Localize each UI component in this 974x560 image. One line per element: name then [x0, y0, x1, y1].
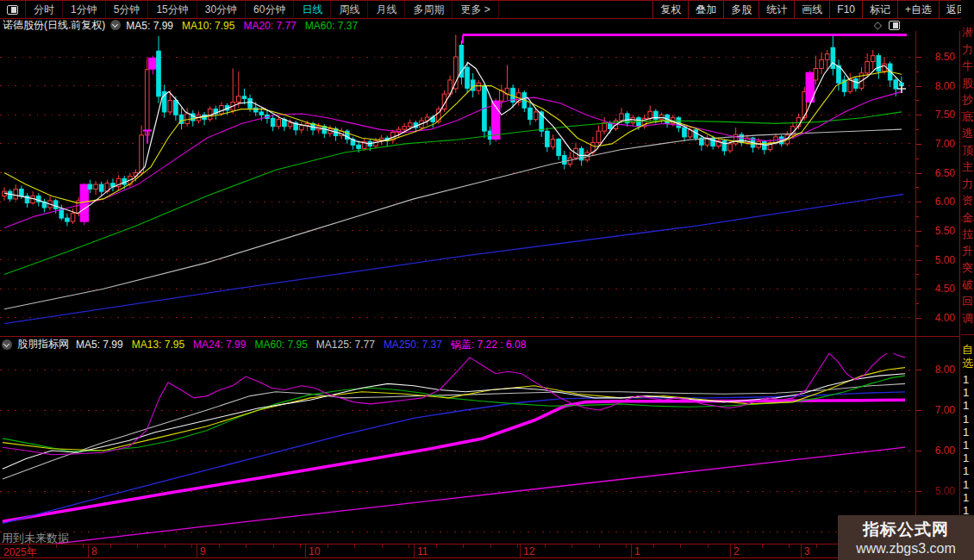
- period-tab-30分钟[interactable]: 30分钟: [197, 1, 246, 18]
- period-tab-周线[interactable]: 周线: [331, 1, 368, 18]
- month-separator: [88, 544, 89, 558]
- strip-quote-digit: 1: [963, 451, 969, 464]
- axis-tick: [916, 260, 921, 261]
- right-sidebar-strip[interactable]: 潜力牛股抄底逃顶主力资金拉升突破回调自选11111111111: [961, 0, 974, 560]
- strip-tab-char[interactable]: 拉: [962, 227, 974, 240]
- window-layout-button[interactable]: [0, 1, 26, 18]
- strip-tab-char[interactable]: 逃: [962, 127, 974, 140]
- toolbar-button-F10[interactable]: F10: [829, 1, 862, 18]
- toolbar-button-统计[interactable]: 统计: [759, 1, 794, 18]
- window-split-icon: [7, 5, 18, 15]
- watermark-box: 指标公式网 www.zbgs3.com: [838, 515, 974, 560]
- indicator-ma-value: MA5: 7.99: [76, 339, 123, 351]
- strip-tab-char[interactable]: 调: [962, 312, 974, 325]
- price-axis: 8.508.007.507.006.506.005.505.004.504.00…: [915, 31, 960, 558]
- strip-tab-char[interactable]: 资: [962, 194, 974, 207]
- axis-tick: [916, 491, 921, 492]
- strip-watchlist-char[interactable]: 自: [962, 343, 974, 356]
- time-axis-month: 3: [804, 545, 810, 557]
- ma-value: MA20: 7.77: [243, 20, 296, 32]
- price-axis-label: 6.00: [917, 445, 955, 457]
- chevron-down-icon[interactable]: [2, 339, 12, 350]
- main-candlestick-chart[interactable]: [0, 31, 915, 336]
- indicator-ma-value: MA13: 7.95: [132, 339, 184, 351]
- period-tab-月线[interactable]: 月线: [368, 1, 405, 18]
- watermark-url: www.zbgs3.com: [838, 541, 974, 557]
- price-axis-label: 5.00: [917, 254, 955, 266]
- strip-tab-char[interactable]: 股: [962, 77, 974, 90]
- month-separator: [631, 544, 632, 558]
- price-axis-label: 6.50: [917, 167, 955, 179]
- axis-tick: [916, 144, 921, 145]
- period-tab-1分钟[interactable]: 1分钟: [63, 1, 106, 18]
- period-tab-更多 >[interactable]: 更多 >: [453, 1, 498, 18]
- price-axis-label: 8.00: [917, 364, 955, 376]
- period-tab-5分钟[interactable]: 5分钟: [106, 1, 149, 18]
- chevron-down-icon[interactable]: [110, 20, 121, 30]
- price-axis-label: 7.50: [917, 109, 955, 121]
- period-tab-日线[interactable]: 日线: [294, 1, 331, 18]
- strip-quote-digit: 1: [963, 464, 969, 477]
- strip-quote-digit: 1: [963, 373, 969, 386]
- axis-tick: [916, 86, 921, 87]
- time-axis-month: 10: [309, 545, 320, 557]
- strip-tab-char[interactable]: 抄: [962, 93, 974, 106]
- panel-toggle-icon[interactable]: [889, 21, 900, 30]
- axis-tick: [916, 231, 921, 232]
- axis-tick: [916, 115, 921, 115]
- price-axis-label: 4.00: [917, 312, 955, 324]
- period-tab-60分钟[interactable]: 60分钟: [246, 1, 294, 18]
- strip-tab-char[interactable]: 力: [962, 177, 974, 190]
- strip-watchlist-char[interactable]: 选: [962, 357, 974, 370]
- toolbar-button-叠加[interactable]: 叠加: [688, 1, 723, 18]
- toolbar-actions: 复权叠加多股统计画线F10标记+自选返回: [652, 1, 974, 18]
- strip-tab-char[interactable]: 突: [962, 261, 974, 274]
- axis-tick: [916, 451, 921, 451]
- strip-tab-char[interactable]: 升: [962, 245, 974, 258]
- ma-value: MA60: 7.37: [305, 20, 358, 32]
- indicator-sub-chart[interactable]: [0, 353, 915, 544]
- strip-tab-char[interactable]: 破: [962, 278, 974, 291]
- toolbar-button-复权[interactable]: 复权: [652, 1, 688, 18]
- price-axis-label: 6.00: [917, 196, 955, 208]
- strip-tab-char[interactable]: 顶: [962, 144, 974, 157]
- strip-tab-char[interactable]: 主: [962, 160, 974, 173]
- period-toolbar: 分时1分钟5分钟15分钟30分钟60分钟日线周线月线多周期更多 > 复权叠加多股…: [0, 0, 974, 19]
- price-axis-label: 8.50: [917, 51, 955, 63]
- strip-quote-digit: 1: [963, 399, 969, 412]
- indicator-ma-legend: MA5: 7.99MA13: 7.95MA24: 7.99MA60: 7.95M…: [76, 336, 534, 352]
- strip-quote-digit: 1: [963, 413, 969, 426]
- strip-tab-char[interactable]: 潜: [962, 26, 974, 39]
- strip-tab-char[interactable]: 金: [962, 211, 974, 224]
- price-axis-label: 5.50: [917, 225, 955, 237]
- strip-quote-digit: 1: [963, 386, 969, 399]
- strip-tab-char[interactable]: 力: [962, 43, 974, 56]
- axis-tick: [916, 289, 921, 289]
- period-tab-15分钟[interactable]: 15分钟: [148, 1, 197, 18]
- axis-tick: [916, 173, 921, 174]
- strip-quote-digit: 1: [963, 478, 969, 491]
- axis-tick: [916, 410, 921, 411]
- ma-value: MA10: 7.95: [182, 20, 234, 32]
- indicator-ma-value: MA125: 7.77: [316, 339, 375, 351]
- strip-tab-char[interactable]: 牛: [962, 59, 974, 72]
- toolbar-button-多股[interactable]: 多股: [723, 1, 759, 18]
- axis-tick: [916, 370, 921, 370]
- axis-tick: [916, 318, 921, 319]
- price-axis-label: 7.00: [917, 404, 955, 416]
- strip-quote-digit: 1: [963, 426, 969, 439]
- toolbar-button-+自选[interactable]: +自选: [897, 1, 939, 18]
- diamond-icon[interactable]: ◇: [874, 19, 882, 31]
- month-separator: [801, 544, 802, 558]
- chart-title-bar: 诺德股份(日线.前复权) MA5: 7.99MA10: 7.95MA20: 7.…: [0, 19, 960, 31]
- toolbar-button-画线[interactable]: 画线: [794, 1, 829, 18]
- time-axis-month: 12: [523, 545, 534, 557]
- time-axis-month: 9: [200, 545, 206, 557]
- indicator-name: 股朋指标网: [17, 337, 69, 352]
- strip-tab-char[interactable]: 回: [962, 295, 974, 308]
- toolbar-button-标记[interactable]: 标记: [862, 1, 897, 18]
- indicator-ma-value: MA24: 7.99: [193, 339, 246, 351]
- price-axis-label: 5.00: [917, 485, 955, 497]
- period-tab-多周期[interactable]: 多周期: [405, 1, 453, 18]
- period-tab-分时[interactable]: 分时: [26, 1, 63, 18]
